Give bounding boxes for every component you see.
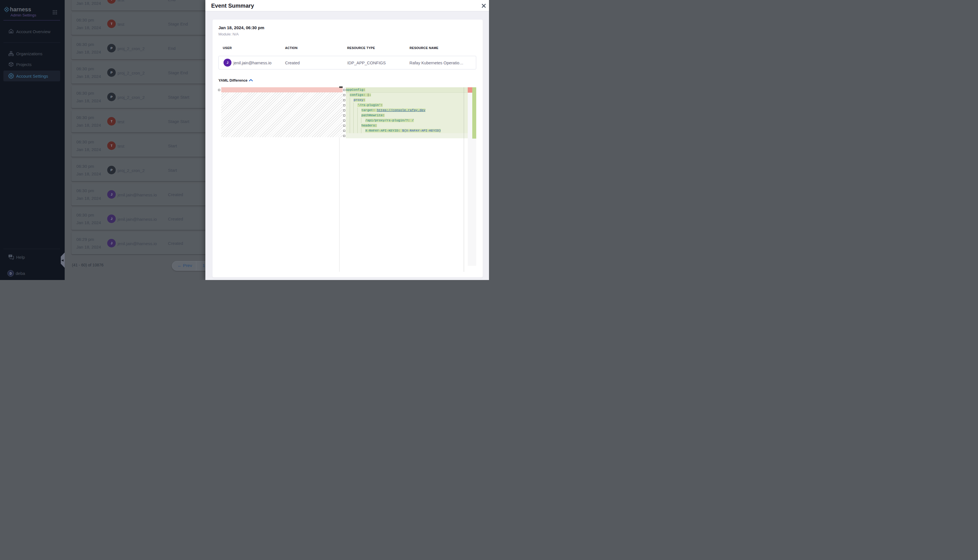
- svg-text:?: ?: [10, 255, 11, 257]
